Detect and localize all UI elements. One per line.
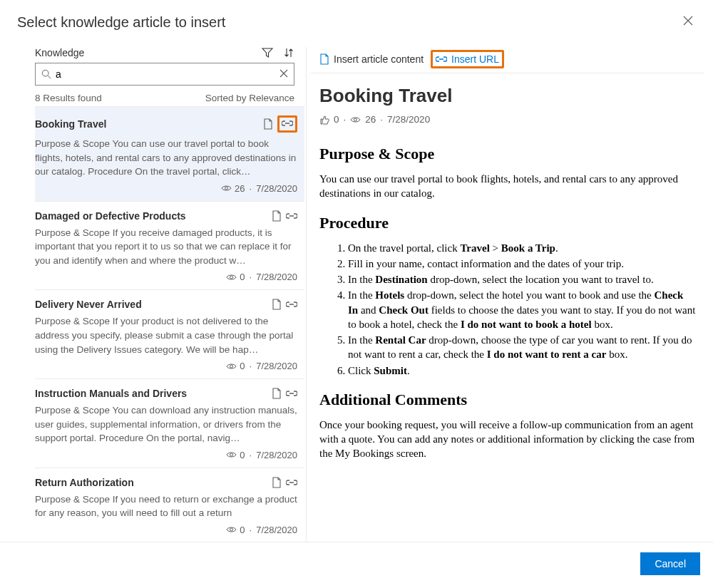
result-title: Return Authorization xyxy=(35,477,134,488)
heading-purpose: Purpose & Scope xyxy=(319,145,696,163)
tab-insert-content-label: Insert article content xyxy=(334,53,424,65)
search-box[interactable] xyxy=(35,63,294,86)
results-list[interactable]: Booking TravelPurpose & Scope You can us… xyxy=(35,106,304,542)
procedure-step: Click Submit. xyxy=(348,363,696,378)
insert-content-action[interactable] xyxy=(272,388,282,399)
sorted-by: Sorted by Relevance xyxy=(205,93,294,103)
result-item[interactable]: Instruction Manuals and DriversPurpose &… xyxy=(35,379,304,468)
insert-content-action[interactable] xyxy=(272,477,282,488)
result-item[interactable]: Delivery Never ArrivedPurpose & Scope If… xyxy=(35,290,304,379)
tab-insert-url-label: Insert URL xyxy=(451,53,499,65)
result-title: Instruction Manuals and Drivers xyxy=(35,388,187,399)
close-icon xyxy=(683,16,693,26)
dialog-title: Select knowledge article to insert xyxy=(17,14,225,31)
result-meta: 0 · 7/28/2020 xyxy=(35,272,297,282)
search-icon xyxy=(41,69,51,79)
svg-point-4 xyxy=(230,453,233,456)
insert-url-action-highlight xyxy=(277,115,297,133)
result-item[interactable]: Return AuthorizationPurpose & Scope If y… xyxy=(35,468,304,542)
insert-url-action[interactable] xyxy=(286,478,297,487)
insert-url-action[interactable] xyxy=(286,212,297,220)
svg-point-2 xyxy=(230,276,233,279)
cancel-button[interactable]: Cancel xyxy=(640,552,700,575)
heading-procedure: Procedure xyxy=(319,214,696,232)
result-title: Delivery Never Arrived xyxy=(35,299,142,310)
article-preview: Booking Travel 0 · 26 · 7/28/2020 Purpos… xyxy=(311,73,704,542)
knowledge-panel: Knowledge 8 Results found xyxy=(0,47,307,542)
insert-url-action[interactable] xyxy=(286,300,297,309)
article-title: Booking Travel xyxy=(319,85,696,107)
like-icon xyxy=(319,115,329,125)
preview-tabs: Insert article content Insert URL xyxy=(311,47,704,73)
insert-content-action[interactable] xyxy=(272,210,282,222)
heading-additional: Additional Comments xyxy=(319,391,696,409)
result-excerpt: Purpose & Scope If you receive damaged p… xyxy=(35,226,297,268)
dialog-header: Select knowledge article to insert xyxy=(0,0,713,47)
procedure-step: In the Hotels drop-down, select the hote… xyxy=(348,288,696,331)
result-title: Damaged or Defective Products xyxy=(35,210,186,222)
result-excerpt: Purpose & Scope If your product is not d… xyxy=(35,314,297,356)
insert-url-action[interactable] xyxy=(286,389,297,398)
clear-icon xyxy=(279,69,288,78)
insert-content-action[interactable] xyxy=(272,299,282,310)
para-additional: Once your booking request, you will rece… xyxy=(319,418,696,461)
para-purpose: You can use our travel portal to book fl… xyxy=(319,172,696,201)
document-icon xyxy=(319,53,329,65)
result-meta: 0 · 7/28/2020 xyxy=(35,525,297,535)
preview-panel: Insert article content Insert URL Bookin… xyxy=(307,47,713,542)
procedure-steps: On the travel portal, click Travel > Boo… xyxy=(319,241,696,378)
filter-icon xyxy=(262,47,273,58)
svg-point-6 xyxy=(354,118,357,121)
views-icon xyxy=(350,116,361,123)
procedure-step: Fill in your name, contact information a… xyxy=(348,257,696,271)
result-item[interactable]: Booking TravelPurpose & Scope You can us… xyxy=(35,107,304,202)
procedure-step: In the Rental Car drop-down, choose the … xyxy=(348,333,696,362)
article-content: Purpose & Scope You can use our travel p… xyxy=(319,145,696,461)
dialog-body: Knowledge 8 Results found xyxy=(0,47,713,542)
tab-insert-url-highlight: Insert URL xyxy=(431,50,504,68)
knowledge-label: Knowledge xyxy=(35,47,84,58)
search-clear-button[interactable] xyxy=(279,68,288,80)
dialog-footer: Cancel xyxy=(0,542,713,585)
procedure-step: On the travel portal, click Travel > Boo… xyxy=(348,241,696,255)
results-count: 8 Results found xyxy=(35,93,102,103)
result-meta: 26 · 7/28/2020 xyxy=(35,183,297,194)
tab-insert-content[interactable]: Insert article content xyxy=(315,51,428,68)
result-excerpt: Purpose & Scope You can use our travel p… xyxy=(35,137,297,179)
sort-icon xyxy=(283,47,294,58)
article-likes: 0 xyxy=(334,114,339,125)
tab-insert-url[interactable]: Insert URL xyxy=(436,53,499,65)
article-views: 26 xyxy=(365,114,376,125)
result-item[interactable]: Damaged or Defective ProductsPurpose & S… xyxy=(35,202,304,291)
result-meta: 0 · 7/28/2020 xyxy=(35,450,297,460)
result-excerpt: Purpose & Scope You can download any ins… xyxy=(35,403,297,445)
sort-button[interactable] xyxy=(283,47,294,58)
svg-point-1 xyxy=(225,187,228,190)
svg-point-0 xyxy=(42,70,48,76)
insert-url-action[interactable] xyxy=(282,119,293,128)
article-meta: 0 · 26 · 7/28/2020 xyxy=(319,114,696,125)
procedure-step: In the Destination drop-down, select the… xyxy=(348,272,696,287)
close-button[interactable] xyxy=(680,13,696,31)
insert-content-action[interactable] xyxy=(263,118,273,130)
article-date: 7/28/2020 xyxy=(387,114,430,125)
search-input[interactable] xyxy=(56,68,279,80)
svg-point-3 xyxy=(230,365,233,368)
result-title: Booking Travel xyxy=(35,118,106,130)
result-meta: 0 · 7/28/2020 xyxy=(35,361,297,371)
svg-point-5 xyxy=(230,528,233,531)
link-icon xyxy=(436,55,447,63)
filter-button[interactable] xyxy=(262,47,273,58)
result-excerpt: Purpose & Scope If you need to return or… xyxy=(35,492,297,520)
